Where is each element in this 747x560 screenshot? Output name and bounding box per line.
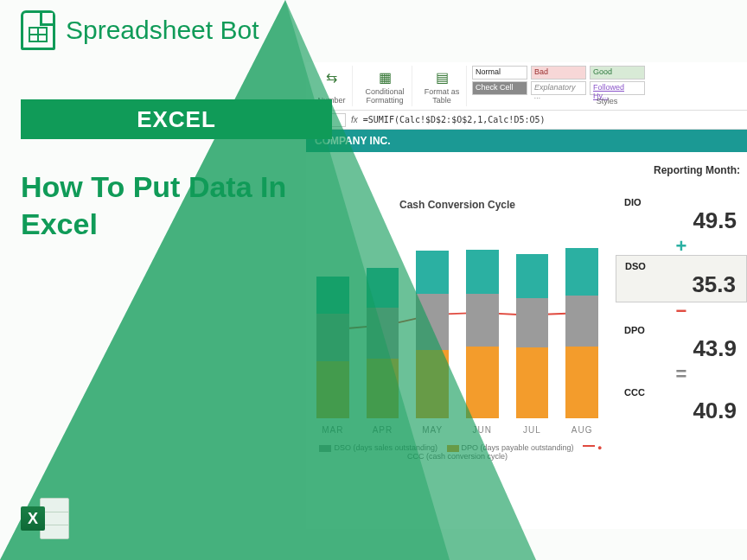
bar [367, 268, 399, 418]
fx-label: fx [351, 115, 358, 124]
formula-bar: fx =SUMIF(Calc!$D$2:$O$2,1,Calc!D5:O5) [306, 111, 747, 130]
formula-text[interactable]: =SUMIF(Calc!$D$2:$O$2,1,Calc!D5:O5) [363, 115, 546, 124]
conditional-formatting-icon[interactable]: ▦ [375, 67, 394, 86]
format-as-table-icon[interactable]: ▤ [432, 67, 451, 86]
equals-icon: = [616, 366, 747, 383]
kpi-ccc-label: CCC [624, 387, 738, 398]
style-cell[interactable]: Good [590, 66, 645, 80]
stacked-bars [316, 220, 598, 418]
bar-labels-row: MARAPRMAYJUNJULAUG [316, 418, 598, 435]
chart-title: Cash Conversion Cycle [306, 199, 609, 211]
bar-label: AUG [565, 425, 598, 435]
excel-app-icon: X [21, 494, 69, 543]
bar [416, 251, 449, 418]
kpi-ccc: CCC 40.9 [616, 382, 747, 428]
cond-format-label: Conditional Formatting [361, 87, 408, 105]
bar-label: APR [367, 425, 399, 435]
style-cell[interactable]: Check Cell [472, 81, 527, 95]
kpi-ccc-value: 40.9 [624, 398, 738, 424]
kpi-dpo-label: DPO [624, 325, 738, 335]
bar [316, 277, 349, 418]
badge-text: EXCEL [137, 106, 216, 133]
number-format-icon: ⇆ [322, 67, 342, 86]
bar-label: MAY [416, 425, 449, 435]
chart-area: Cash Conversion Cycle MARAPRMAYJUNJULAUG… [306, 190, 609, 529]
legend-ccc: CCC (cash conversion cycle) [407, 452, 508, 461]
bar [466, 250, 499, 419]
brand-icon [21, 10, 55, 50]
kpi-panel: DIO 49.5 + DSO 35.3 − DPO 43.9 = CCC 40.… [616, 192, 747, 428]
style-cell[interactable]: Followed Hy... [590, 81, 645, 95]
bar-label: MAR [316, 425, 349, 435]
reporting-month-label: Reporting Month: [654, 164, 740, 176]
bar-label: JUL [516, 425, 549, 435]
kpi-dso: DSO 35.3 [616, 255, 747, 302]
styles-group-label: Styles [472, 97, 742, 106]
bar [565, 248, 598, 418]
kpi-dio: DIO 49.5 [616, 192, 747, 238]
category-badge: EXCEL [21, 99, 332, 139]
article-headline: How To Put Data In Excel [21, 169, 332, 242]
format-table-label: Format as Table [421, 87, 463, 105]
kpi-dio-value: 49.5 [624, 207, 738, 234]
brand-name: Spreadsheet Bot [66, 16, 259, 45]
cell-styles-grid[interactable]: NormalBadGoodCheck CellExplanatory ...Fo… [472, 66, 742, 95]
kpi-dio-label: DIO [624, 197, 738, 207]
kpi-dpo: DPO 43.9 [616, 320, 747, 366]
legend-dso: DSO (days sales outstanding) [334, 443, 437, 452]
minus-icon: − [616, 302, 747, 320]
bar-label: JUN [466, 425, 499, 435]
excel-window: ⇆ Number ▦ Conditional Formatting ▤ Form… [306, 62, 747, 529]
style-cell[interactable]: Bad [531, 66, 586, 80]
bar [516, 254, 549, 418]
ribbon: ⇆ Number ▦ Conditional Formatting ▤ Form… [306, 62, 747, 111]
kpi-dso-value: 35.3 [625, 271, 737, 298]
brand-row: Spreadsheet Bot [21, 10, 259, 50]
kpi-dso-label: DSO [625, 261, 737, 271]
style-cell[interactable]: Explanatory ... [531, 81, 586, 95]
plus-icon: + [616, 238, 747, 255]
style-cell[interactable]: Normal [472, 66, 527, 80]
kpi-dpo-value: 43.9 [624, 335, 738, 362]
sheet-title: COMPANY INC. [306, 130, 747, 152]
chart-legend: DSO (days sales outstanding) DPO (days p… [306, 443, 609, 461]
legend-dpo: DPO (days payable outstanding) [462, 443, 574, 452]
